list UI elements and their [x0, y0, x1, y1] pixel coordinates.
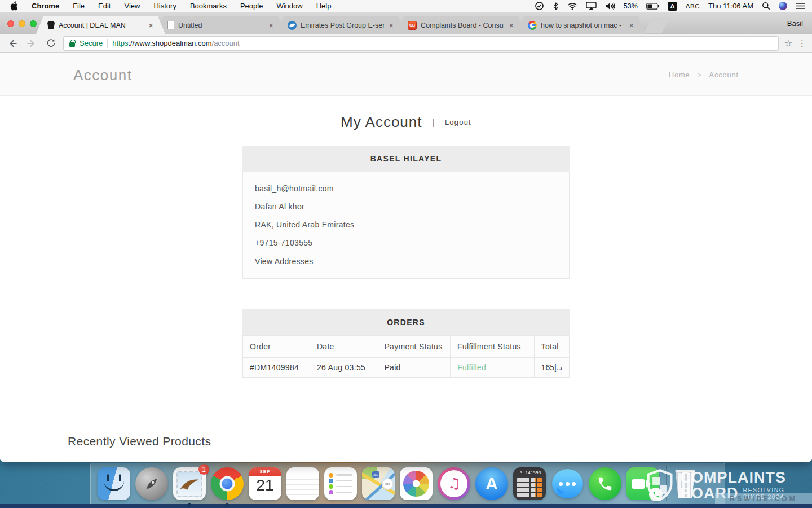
tab-close-icon[interactable]: ×	[628, 21, 634, 29]
secure-lock-icon[interactable]	[69, 42, 75, 47]
mail-stamp	[176, 471, 202, 497]
messages-bubble	[552, 469, 583, 498]
notification-center-icon[interactable]	[796, 2, 805, 10]
tabs: Account | DEAL MAN × Untitled × Emirates…	[36, 12, 812, 34]
desktop-bottom-strip	[0, 504, 812, 508]
profile-card: BASEL HILAYEL basil_h@hotmail.com Dafan …	[242, 146, 570, 279]
order-number[interactable]: #DM1409984	[243, 358, 310, 378]
close-window-button[interactable]	[7, 20, 14, 27]
dock-maps-icon[interactable]: 280 3D	[362, 467, 395, 500]
shield-icon	[645, 468, 674, 502]
tab-close-icon[interactable]: ×	[508, 21, 514, 29]
chrome-profile-name[interactable]: Basil	[787, 19, 812, 28]
dock-messages-icon[interactable]	[551, 467, 584, 500]
spotlight-icon[interactable]	[762, 2, 770, 10]
watermark-domain: RSWIDE.COM	[715, 493, 812, 504]
menu-item-bookmarks[interactable]: Bookmarks	[190, 2, 227, 10]
menu-item-history[interactable]: History	[153, 2, 176, 10]
tab-close-icon[interactable]: ×	[388, 21, 394, 29]
tab-account-dealman[interactable]: Account | DEAL MAN ×	[36, 16, 165, 34]
reminders-row	[329, 484, 352, 489]
siri-icon[interactable]	[779, 2, 787, 10]
logout-link[interactable]: Logout	[445, 118, 471, 126]
reminder-line	[336, 480, 352, 482]
watermark-brand-top: COMPLAINTS	[680, 470, 787, 485]
dock-phone-icon[interactable]	[589, 467, 621, 500]
page-content: Account Home > Account My Account|Logout…	[0, 53, 812, 462]
menu-bar-status-area: 53% A ABC Thu 11:06 AM	[535, 1, 805, 11]
dock-photos-icon[interactable]	[400, 467, 433, 500]
url-text[interactable]: https://www.shopdealman.com/account	[112, 39, 239, 47]
mail-badge: 1	[198, 464, 209, 475]
col-payment-status: Payment Status	[377, 336, 451, 358]
breadcrumb-home-link[interactable]: Home	[669, 71, 690, 79]
input-source-label[interactable]: ABC	[686, 3, 700, 10]
order-fulfillment-status: Fulfilled	[451, 358, 535, 378]
view-addresses-link[interactable]: View Addresses	[255, 257, 314, 266]
order-total: 165د.إ	[534, 358, 569, 378]
menu-item-window[interactable]: Window	[276, 2, 302, 10]
watermark-tagline-top: RESOLVING	[743, 487, 785, 493]
airplay-icon[interactable]	[586, 2, 597, 10]
dock-calendar-icon[interactable]: SEP 21	[249, 467, 281, 500]
tab-google-search[interactable]: how to snapshot on mac - Goo ×	[517, 16, 646, 34]
macos-menu-bar: Chrome File Edit View History Bookmarks …	[0, 0, 812, 12]
bookmark-star-icon[interactable]: ☆	[784, 38, 792, 49]
order-payment-status: Paid	[377, 358, 451, 378]
dock-finder-icon[interactable]	[98, 467, 130, 500]
dock-notes-icon[interactable]	[286, 467, 319, 500]
menu-item-file[interactable]: File	[73, 2, 85, 10]
dock-chrome-icon[interactable]	[211, 467, 244, 500]
chrome-center	[222, 479, 233, 489]
dock-appstore-icon[interactable]: A	[475, 467, 508, 500]
volume-icon[interactable]	[605, 2, 615, 10]
dock-reminders-icon[interactable]	[324, 467, 357, 500]
calculator-display: 3.141593	[517, 471, 542, 477]
tab-untitled[interactable]: Untitled ×	[156, 16, 285, 34]
battery-percent: 53%	[624, 2, 638, 10]
tab-complaints-board[interactable]: CB Complaints Board - Consumer ×	[396, 16, 526, 34]
new-tab-button[interactable]	[643, 17, 670, 33]
orders-card-header: ORDERS	[242, 309, 570, 335]
wifi-icon[interactable]	[567, 2, 577, 10]
bluetooth-icon[interactable]	[553, 2, 559, 11]
menu-bar-clock[interactable]: Thu 11:06 AM	[708, 2, 753, 10]
url-scheme: https	[112, 39, 128, 47]
dock-calculator-icon[interactable]: 3.141593	[513, 467, 546, 500]
profile-region: RAK, United Arab Emirates	[255, 220, 557, 229]
chrome-menu-icon[interactable]: ⋮	[798, 38, 806, 49]
battery-icon[interactable]	[646, 3, 659, 10]
tab-title: Emirates Post Group E-service	[301, 21, 384, 29]
check-circle-icon[interactable]	[535, 1, 544, 11]
menu-item-help[interactable]: Help	[316, 2, 332, 10]
reload-button[interactable]	[44, 37, 58, 50]
address-bar[interactable]: Secure https://www.shopdealman.com/accou…	[63, 36, 779, 51]
minimize-window-button[interactable]	[19, 20, 25, 27]
finder-smile	[104, 480, 124, 491]
tab-emirates-post[interactable]: Emirates Post Group E-service ×	[276, 16, 405, 34]
menu-item-view[interactable]: View	[124, 2, 140, 10]
input-source-icon[interactable]: A	[668, 2, 677, 11]
recently-viewed-heading: Recently Viewed Products	[68, 435, 211, 448]
forward-button[interactable]	[25, 37, 38, 50]
dock-launchpad-icon[interactable]	[135, 467, 168, 500]
menu-item-people[interactable]: People	[240, 2, 263, 10]
menu-app-name[interactable]: Chrome	[32, 2, 59, 10]
dock: 1 SEP 21 280 3D ♫ A 3.141593	[90, 463, 725, 504]
calendar-month: SEP	[249, 467, 281, 476]
notes-lines	[286, 475, 319, 500]
orders-table: Order Date Payment Status Fulfillment St…	[242, 335, 570, 378]
back-button[interactable]	[6, 37, 19, 50]
dock-itunes-icon[interactable]: ♫	[438, 467, 470, 500]
tab-close-icon[interactable]: ×	[148, 21, 154, 29]
zoom-window-button[interactable]	[30, 20, 37, 27]
menu-item-edit[interactable]: Edit	[98, 2, 111, 10]
dock-mail-icon[interactable]: 1	[173, 467, 206, 500]
phone-handset-glyph	[597, 475, 614, 492]
tab-close-icon[interactable]: ×	[268, 21, 274, 29]
profile-card-body: basil_h@hotmail.com Dafan Al khor RAK, U…	[242, 172, 570, 279]
reminder-dot	[329, 484, 333, 489]
appstore-letter: A	[486, 474, 498, 493]
apple-logo-icon[interactable]	[10, 1, 18, 11]
emirates-post-favicon-icon	[288, 21, 297, 30]
